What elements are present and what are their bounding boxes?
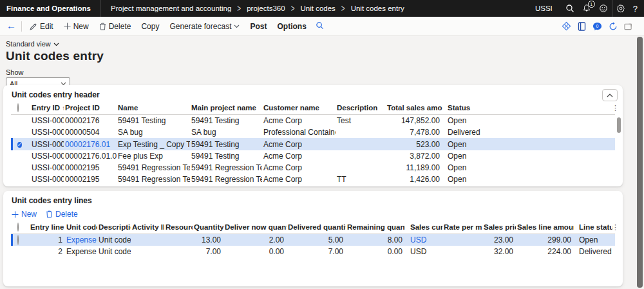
col-sales-currency[interactable]: Sales currency <box>405 221 442 234</box>
table-row[interactable]: USSI-00001 00002176 59491 Testing 59491 … <box>11 115 615 127</box>
breadcrumb-page[interactable]: Unit codes entry <box>351 5 404 12</box>
row-selector[interactable] <box>11 174 30 185</box>
cell-sales-currency: USD <box>405 246 442 257</box>
row-selector[interactable] <box>11 162 30 174</box>
cell-name: Fee plus Exp <box>117 150 190 162</box>
copy-button[interactable]: Copy <box>136 17 164 36</box>
view-selector[interactable]: Standard view <box>6 40 644 48</box>
row-selector[interactable] <box>11 234 29 246</box>
row-selector[interactable] <box>11 246 29 257</box>
col-line-status[interactable]: Line status <box>574 221 612 234</box>
select-all-column[interactable] <box>11 102 30 115</box>
grid-more-icon[interactable]: ⋮ <box>612 104 619 112</box>
radio-icon[interactable] <box>17 223 19 232</box>
col-entry-line-number[interactable]: Entry line number <box>29 221 65 234</box>
col-customer-name[interactable]: Customer name <box>262 102 336 115</box>
page-title: Unit codes entry <box>6 49 644 63</box>
table-row-selected[interactable]: ✓ USSI-00004 00002176.01 Exp Testing _ C… <box>11 138 615 150</box>
cell-main-project-name: SA bug <box>190 126 262 138</box>
breadcrumb-area[interactable]: projects360 <box>247 5 285 12</box>
table-row[interactable]: USSI-00005 00002176.01.01 Fee plus Exp 5… <box>11 150 615 162</box>
open-in-new-window-icon[interactable] <box>624 23 632 30</box>
cell-status: Open <box>442 174 488 185</box>
radio-icon[interactable] <box>17 235 19 245</box>
col-remaining-quantity[interactable]: Remaining quantity <box>346 221 405 234</box>
radio-icon[interactable] <box>17 103 19 112</box>
lines-delete-button[interactable]: Delete <box>46 210 78 219</box>
alerts-bell-icon[interactable]: 1 <box>578 0 595 17</box>
col-unit-code[interactable]: Unit code <box>65 221 97 234</box>
chevron-up-icon <box>607 94 613 97</box>
table-row[interactable]: USSI-00012 00002195 59491 Regression Tes… <box>11 174 615 185</box>
header-section-title: Unit codes entry header <box>3 85 623 102</box>
feedback-smiley-icon[interactable] <box>595 0 612 17</box>
col-main-project-name[interactable]: Main project name <box>190 102 262 115</box>
cell-delivered-quantity: 7.00 <box>287 246 346 257</box>
row-selector[interactable] <box>11 150 30 162</box>
col-status[interactable]: Status <box>442 102 488 115</box>
options-button[interactable]: Options <box>272 17 311 36</box>
col-quantity[interactable]: Quantity <box>193 221 223 234</box>
lines-new-button[interactable]: New <box>12 210 37 219</box>
delete-button[interactable]: Delete <box>94 17 137 36</box>
row-selector[interactable]: ✓ <box>11 138 30 150</box>
back-arrow-icon[interactable]: ← <box>5 20 19 32</box>
cell-name: 59491 Regression Testing <box>117 174 190 185</box>
row-selector[interactable] <box>11 115 30 127</box>
cell-entry-id: USSI-00002 <box>30 126 64 138</box>
page-scrollbar[interactable] <box>637 37 643 288</box>
settings-gear-icon[interactable] <box>612 0 629 17</box>
selected-check-icon[interactable]: ✓ <box>17 142 22 148</box>
command-bar-right: 0 <box>562 21 639 31</box>
environment-name[interactable]: USSI <box>535 5 553 12</box>
cell-customer-name: Acme Corp <box>262 174 336 185</box>
col-sales-line-amount[interactable]: Sales line amount <box>516 221 574 234</box>
cell-delivered-quantity: 5.00 <box>287 234 346 246</box>
col-rate-per-mile[interactable]: Rate per mile <box>442 221 482 234</box>
table-row[interactable]: 2 Expense Unit code ... 7.00 0.00 7.00 0… <box>11 246 615 257</box>
project-id-link[interactable]: 00002176.01 <box>65 140 110 149</box>
col-name[interactable]: Name <box>117 102 190 115</box>
col-deliver-now-quantity[interactable]: Deliver now quantity <box>223 221 287 234</box>
app-brand[interactable]: Finance and Operations <box>0 5 100 12</box>
col-description[interactable]: Description <box>336 102 386 115</box>
currency-link[interactable]: USD <box>410 235 426 244</box>
col-entry-id[interactable]: Entry ID ↑ <box>30 102 64 115</box>
task-guide-book-icon[interactable] <box>578 22 586 31</box>
unit-code-link[interactable]: Expense <box>66 235 97 244</box>
page-scrollbar-thumb[interactable] <box>637 37 643 288</box>
grid-more-icon[interactable]: ⋮ <box>612 223 619 232</box>
post-button[interactable]: Post <box>245 17 272 36</box>
table-row-selected[interactable]: 1 Expense Unit code ... 13.00 2.00 5.00 … <box>11 234 615 246</box>
breadcrumb-module[interactable]: Project management and accounting <box>111 5 231 12</box>
col-project-id[interactable]: Project ID <box>64 102 117 115</box>
refresh-icon[interactable] <box>609 22 618 31</box>
col-resource[interactable]: Resource <box>164 221 193 234</box>
col-delivered-quantity[interactable]: Delivered quantity <box>287 221 346 234</box>
select-all-column[interactable] <box>11 221 29 234</box>
cell-description: TT <box>336 174 386 185</box>
command-search-icon[interactable] <box>312 21 328 32</box>
table-row[interactable]: USSI-00006 00002195 59491 Regression Tes… <box>11 162 615 174</box>
row-selector[interactable] <box>11 126 30 138</box>
new-button[interactable]: New <box>59 17 94 36</box>
grid-vertical-scrollbar[interactable] <box>617 117 621 133</box>
edit-button[interactable]: Edit <box>24 17 59 36</box>
collapse-section-button[interactable] <box>602 89 618 101</box>
col-total-sales-amount[interactable]: Total sales amount <box>386 102 442 115</box>
cell-name: 59491 Testing <box>117 115 190 127</box>
personalize-diamond-icon[interactable] <box>562 21 571 31</box>
cell-description <box>336 150 386 162</box>
col-activity-id[interactable]: Activity ID <box>131 221 164 234</box>
breadcrumb-group[interactable]: Unit codes <box>300 5 335 12</box>
col-description[interactable]: Description <box>97 221 131 234</box>
col-sales-price[interactable]: Sales price <box>482 221 516 234</box>
cell-project-id: 00002176.01.01 <box>64 150 117 162</box>
breadcrumb: Project management and accounting > proj… <box>100 5 404 12</box>
help-icon[interactable]: ? <box>629 4 644 14</box>
table-row[interactable]: USSI-00002 00000504 SA bug SA bug Profes… <box>11 126 615 138</box>
messages-bubble-icon[interactable]: 0 <box>592 22 602 31</box>
generate-forecast-menu[interactable]: Generate forecast <box>164 17 245 36</box>
search-icon[interactable] <box>562 0 578 17</box>
chevron-down-icon <box>234 25 240 28</box>
